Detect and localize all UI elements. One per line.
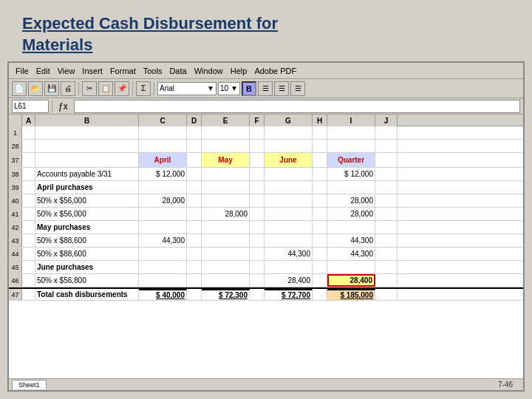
val-total-april: $ 40,000: [139, 289, 187, 300]
label-50pct-88k-1: 50% x $88,600: [35, 234, 139, 247]
val-50pct-88k-q2: 44,300: [327, 248, 375, 260]
val-50pct-56k-april: 28,000: [139, 194, 187, 207]
cell-reference-box[interactable]: L61: [12, 100, 49, 113]
val-ap-quarter: $ 12,000: [327, 168, 375, 180]
table-row: 38 Accounts payable 3/31 $ 12,000 $ 12,0…: [9, 168, 523, 181]
menu-format[interactable]: Format: [106, 66, 140, 75]
table-row: 37 April May June Quarter: [9, 153, 523, 168]
table-row: 45 June purchases: [9, 261, 523, 274]
label-accounts-payable: Accounts payable 3/31: [35, 168, 139, 180]
val-ap-april: $ 12,000: [139, 168, 187, 180]
col-header-j: J: [375, 115, 398, 126]
menu-view[interactable]: View: [54, 66, 79, 75]
label-50pct-88k-2: 50% x $88,600: [35, 248, 139, 260]
val-total-june: $ 72,700: [265, 289, 313, 300]
val-50pct-88k-q1: 44,300: [327, 234, 375, 247]
page-wrapper: Expected Cash Disbursement for Materials…: [0, 0, 532, 399]
menu-data[interactable]: Data: [166, 66, 190, 75]
formula-bar: L61 ƒx: [9, 98, 523, 115]
new-button[interactable]: 📄: [12, 81, 27, 96]
paste-button[interactable]: 📌: [115, 81, 129, 96]
menu-file[interactable]: File: [12, 66, 33, 75]
toolbar-separator-2: [132, 82, 133, 95]
table-row: 47 Total cash disbursements $ 40,000 $ 7…: [9, 287, 523, 301]
table-row: 43 50% x $88,600 44,300 44,300: [9, 234, 523, 248]
print-button[interactable]: 🖨: [61, 81, 75, 96]
table-row: 39 April purchases: [9, 181, 523, 194]
sheet-tab[interactable]: Sheet1: [12, 380, 47, 389]
save-button[interactable]: 💾: [44, 81, 59, 96]
menu-insert[interactable]: Insert: [78, 66, 106, 75]
val-50pct-88k-april: 44,300: [139, 234, 187, 247]
table-row: 41 50% x $56,000 28,000 28,000: [9, 208, 523, 221]
col-header-b: B: [35, 115, 139, 126]
row-num-header: [9, 115, 22, 126]
size-dropdown-icon: ▼: [231, 84, 238, 92]
table-row: 28: [9, 140, 523, 153]
table-row: 42 May purchases: [9, 221, 523, 234]
cut-button[interactable]: ✂: [82, 81, 97, 96]
col-header-a: A: [22, 115, 35, 126]
header-quarter: Quarter: [327, 153, 375, 167]
menu-tools[interactable]: Tools: [140, 66, 166, 75]
column-headers: A B C D E F G H I J: [9, 115, 523, 126]
label-april-purchases: April purchases: [35, 181, 139, 194]
sum-button[interactable]: Σ: [136, 81, 151, 96]
label-june-purchases: June purchases: [35, 261, 139, 273]
col-header-g: G: [265, 115, 313, 126]
menu-adobe[interactable]: Adobe PDF: [250, 66, 300, 75]
table-row: 1: [9, 126, 523, 140]
font-selector[interactable]: Arial ▼: [157, 82, 216, 95]
label-total-disbursements: Total cash disbursements: [35, 289, 139, 300]
excel-window: File Edit View Insert Format Tools Data …: [7, 61, 525, 392]
label-50pct-56k-1: 50% x $56,000: [35, 194, 139, 207]
copy-button[interactable]: 📋: [98, 81, 113, 96]
font-size-selector[interactable]: 10 ▼: [218, 82, 240, 95]
label-may-purchases: May purchases: [35, 221, 139, 233]
col-header-i: I: [327, 115, 375, 126]
menu-help[interactable]: Help: [227, 66, 251, 75]
val-50pct-56k-may: 28,000: [202, 208, 250, 220]
font-dropdown-icon: ▼: [207, 84, 214, 92]
header-june: June: [265, 153, 313, 167]
val-50pct-568-june: 28,400: [265, 274, 313, 287]
menu-bar: File Edit View Insert Format Tools Data …: [9, 63, 523, 79]
align-center-button[interactable]: ☰: [274, 81, 289, 96]
table-row: 40 50% x $56,000 28,000 28,000: [9, 194, 523, 208]
title-area: Expected Cash Disbursement for Materials: [7, 7, 525, 61]
val-total-may: $ 72,300: [202, 289, 250, 300]
formula-icon: ƒx: [55, 101, 71, 112]
menu-window[interactable]: Window: [191, 66, 227, 75]
spreadsheet: A B C D E F G H I J 1: [9, 115, 523, 378]
val-50pct-88k-june: 44,300: [265, 248, 313, 260]
page-title: Expected Cash Disbursement for Materials: [22, 13, 510, 55]
bold-button[interactable]: B: [242, 81, 256, 96]
val-50pct-568-quarter: 28,400: [327, 274, 375, 287]
header-may: May: [202, 153, 250, 167]
toolbar-separator-1: [78, 82, 79, 95]
val-50pct-56k-q2: 28,000: [327, 208, 375, 220]
table-row: 44 50% x $88,600 44,300 44,300: [9, 248, 523, 261]
col-header-f: F: [250, 115, 265, 126]
menu-edit[interactable]: Edit: [33, 66, 54, 75]
col-header-c: C: [139, 115, 187, 126]
val-total-quarter: $ 185,000: [327, 289, 375, 300]
page-number: 7-46: [498, 381, 520, 389]
label-50pct-56k-2: 50% x $56,000: [35, 208, 139, 220]
val-50pct-56k-q1: 28,000: [327, 194, 375, 207]
col-header-h: H: [313, 115, 327, 126]
align-left-button[interactable]: ☰: [258, 81, 273, 96]
header-april: April: [139, 153, 187, 167]
formula-divider: [52, 100, 52, 112]
table-row: 46 50% x $56,800 28,400 28,400: [9, 274, 523, 287]
label-50pct-568-1: 50% x $56,800: [35, 274, 139, 287]
col-header-d: D: [187, 115, 202, 126]
footer: Sheet1 7-46: [9, 378, 523, 390]
toolbar-separator-3: [154, 82, 154, 95]
align-right-button[interactable]: ☰: [290, 81, 305, 96]
data-area: 1 28: [9, 126, 523, 378]
open-button[interactable]: 📂: [28, 81, 43, 96]
formula-input[interactable]: [74, 100, 520, 113]
toolbar: 📄 📂 💾 🖨 ✂ 📋 📌 Σ Arial ▼ 10 ▼ B ☰ ☰ ☰: [9, 79, 523, 98]
col-header-e: E: [202, 115, 250, 126]
